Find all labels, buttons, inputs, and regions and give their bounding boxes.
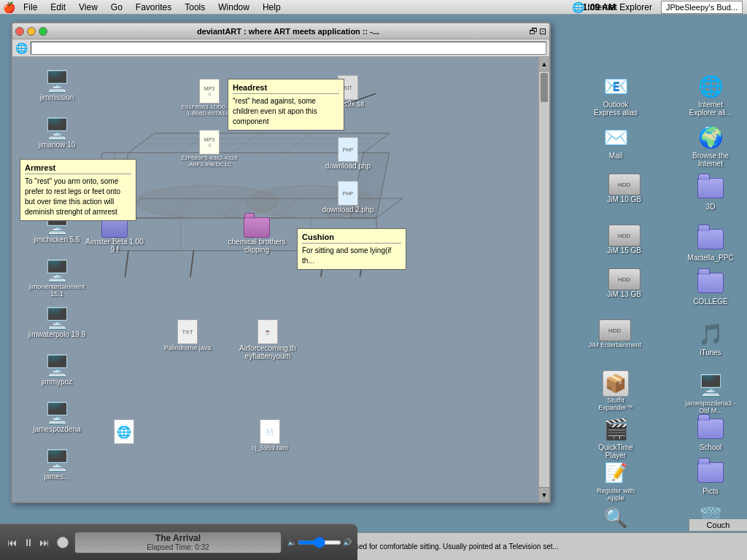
itunes-graphic: 🎵 [696,319,725,349]
jim15gb-icon[interactable]: HDD JiM 15 GB [607,225,641,254]
aimster-label: chemical brothers clipping [228,238,286,254]
volume-slider[interactable] [298,540,341,545]
scroll-down-button[interactable]: ▼ [539,487,549,502]
mp3-2-label: 22F683F5-8382-4326-A6F3-99EDC1C [180,155,239,168]
armrest-tooltip-text: To "rest" you arm onto, some prefer to r… [25,176,131,217]
ie-tab[interactable]: JPbeSleepy's Bud... [661,1,743,14]
jamespozdena3-icon[interactable]: 🖥️ jamespozdena3 - Old M... [685,370,736,414]
3d-folder-icon[interactable]: 3D [685,174,736,211]
zoom-button[interactable]: ⊡ [539,26,546,36]
mp3-2-graphic: MP3 ♫ [199,130,220,155]
browse-graphic: 🌍 [696,122,725,152]
jim13gb-icon[interactable]: HDD JiM 13 GB [607,268,641,298]
network-icon-9: 🖥️ [44,448,70,472]
browse-label: Browse the Internet [685,152,736,168]
next-button[interactable]: ⏭ [38,535,51,550]
hdd15-graphic: HDD [608,225,640,246]
sidebar-jimmission[interactable]: 🖥️ jimmission [28,69,86,101]
sidebar-jamespozdena[interactable]: 🖥️ jamespozdena [28,401,86,433]
stuffit-graphic: 📦 [603,370,629,397]
mail-icon[interactable]: ✉️ Mail [590,122,641,160]
aimster-icon[interactable]: chemical brothers clipping [228,217,286,254]
college-folder-icon[interactable]: COLLEGE [685,268,736,306]
ie-alias-icon[interactable]: 🌐 Internet Explorer ali... [685,71,736,117]
scroll-up-button[interactable]: ▲ [539,57,549,71]
jim10gb-icon[interactable]: HDD JiM 10 GB [607,174,641,203]
mactella-label: Mactella_PPC [687,254,733,262]
browser-scrollbar[interactable]: ▲ ▼ [538,57,549,502]
headrest-tooltip-text: "rest" head against, some children even … [233,96,339,127]
college-label: COLLEGE [693,298,727,306]
mactella-icon[interactable]: Mactella_PPC [685,225,736,262]
network-icon: 🖥️ [44,69,70,93]
jim-entertainment-label: JiM Entertainment [588,341,641,349]
cs-for-weekend-label: Aimster Beta 1.009 f [85,238,144,254]
cs-for-weekend-icon[interactable]: Aimster Beta 1.009 f [85,217,144,254]
ie-alias-graphic: 🌐 [696,71,725,101]
hdd-ent-graphic: HDD [599,319,631,341]
cj5959-icon[interactable]: 🌐 [95,419,153,444]
chemical-brothers-icon[interactable]: TXT Palindrome.java [158,319,217,351]
apple-menu[interactable]: 🍎 [0,1,18,13]
sherlock-graphic: 🔍 [601,503,630,532]
register-graphic: 📝 [601,458,630,487]
stuffit-icon[interactable]: 📦 StuffIt Expander™ [590,370,641,411]
address-input[interactable]: © deviantART : where ART meets applicati… [31,42,546,55]
close-button[interactable] [15,27,24,36]
sidebar-jimanow[interactable]: 🖥️ jimanow 10 [28,117,86,149]
itunes-label: iTunes [700,349,721,357]
menu-go[interactable]: Go [105,1,128,13]
armrest-tooltip-title: Armrest [25,163,131,174]
cushion-tooltip-text: For sitting and some lying(if th... [302,246,401,266]
download-php-icon[interactable]: PHP download.php [319,137,377,170]
sidebar-jimonentertainment[interactable]: 🖥️ jimonentertainment 15.1 [28,259,86,298]
desktop: deviantART : where ART meets application… [0,15,747,560]
menu-window[interactable]: Window [212,1,255,13]
maximize-button[interactable] [39,27,47,36]
itunes-icon[interactable]: 🎵 iTunes [685,319,736,357]
airforce-icon[interactable]: 📄 cj_5959.ram [241,419,299,451]
menu-view[interactable]: View [73,1,104,13]
hdd13-graphic: HDD [608,268,640,290]
track-name: The Arrival [155,533,201,543]
menu-tools[interactable]: Tools [179,1,211,13]
prev-button[interactable]: ⏮ [6,535,19,550]
outlook-express-icon[interactable]: 📧 Outlook Express alias [590,71,641,117]
scroll-thumb[interactable] [541,73,548,102]
network-icon-2: 🖥️ [44,117,70,141]
picts-graphic [696,458,725,487]
browser-titlebar: deviantART : where ART meets application… [12,23,549,39]
sidebar-jimwaterpolo[interactable]: 🖥️ jimwaterpolo 19.9 [28,306,86,338]
picts-folder-icon[interactable]: Picts [685,458,736,495]
jim-entertainment-icon[interactable]: HDD JiM Entertainment [588,319,641,349]
play-pause-button[interactable]: ⏸ [22,535,35,550]
player-controls: ⏮ ⏸ ⏭ [6,535,51,550]
cushion-tooltip: Cushion For sitting and some lying(if th… [297,228,406,270]
player-progress: The Arrival Elapsed Time: 0:32 [74,532,282,553]
svg-line-23 [125,251,128,277]
menu-favorites[interactable]: Favorites [130,1,177,13]
quicktime-icon[interactable]: 🎬 QuickTime Player [590,414,641,459]
mail-graphic: ✉️ [601,122,630,152]
download2-php-icon[interactable]: PHP download 2.php [319,181,377,214]
php2-graphic: PHP [338,181,358,206]
minimize-button[interactable] [27,27,36,36]
php-graphic: PHP [338,137,358,162]
palindrome-icon[interactable]: ☕ Airforcecoming,theyflattenyourh [239,319,297,360]
school-folder-icon[interactable]: School [685,414,736,451]
music-player: ⏮ ⏸ ⏭ The Arrival Elapsed Time: 0:32 🔈 🔊 [0,524,357,560]
register-apple-icon[interactable]: 📝 Register with Apple [590,458,641,502]
3d-folder-graphic [696,174,725,203]
menu-edit[interactable]: Edit [44,1,71,13]
browse-internet-icon[interactable]: 🌍 Browse the Internet [685,122,736,168]
collapse-button[interactable]: 🗗 [529,26,538,36]
school-graphic [696,414,725,443]
menu-file[interactable]: File [18,1,43,13]
sidebar-jimmypoz[interactable]: 🖥️ jimmypoz [28,354,86,386]
network-icon-6: 🖥️ [44,306,70,330]
mp3-2-icon[interactable]: MP3 ♫ 22F683F5-8382-4326-A6F3-99EDC1C [180,130,239,168]
menu-help[interactable]: Help [257,1,287,13]
sidebar-james[interactable]: 🖥️ james... [28,448,86,481]
svg-line-24 [190,251,193,277]
volume-knob[interactable] [57,537,69,548]
